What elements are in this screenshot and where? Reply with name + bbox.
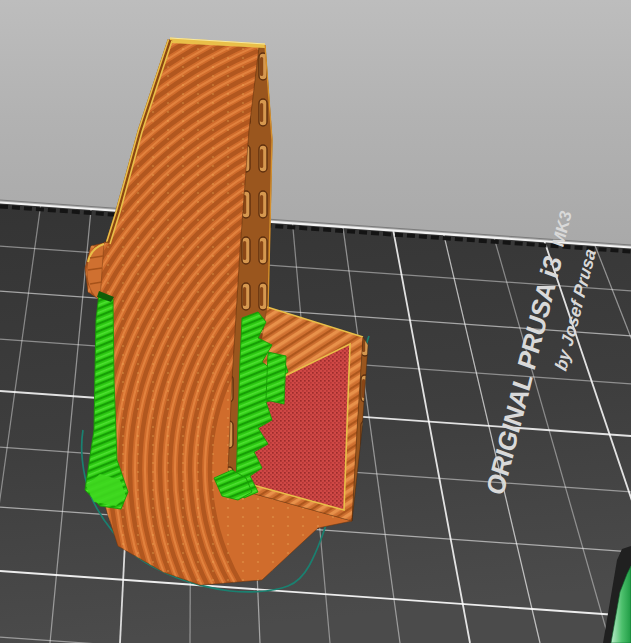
scene-canvas: ORIGINAL PRUSA i3 MK3 by Josef Prusa xyxy=(0,0,631,643)
slicer-3d-viewport[interactable]: ORIGINAL PRUSA i3 MK3 by Josef Prusa xyxy=(0,0,631,643)
support-pillar xyxy=(266,352,286,404)
